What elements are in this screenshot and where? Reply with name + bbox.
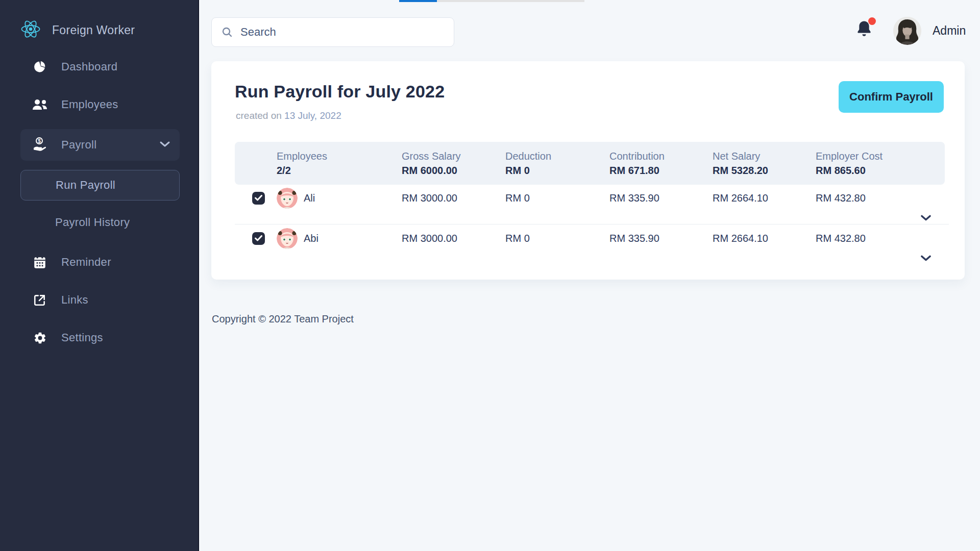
check-icon [255, 195, 262, 201]
summary-value: RM 671.80 [609, 165, 713, 177]
table-row: Ali RM 3000.00 RM 0 RM 335.90 RM 2664.10… [235, 185, 949, 224]
summary-contribution: Contribution RM 671.80 [609, 151, 713, 177]
page-title: Run Payroll for July 2022 [235, 82, 445, 102]
sidebar-item-dashboard[interactable]: Dashboard [20, 53, 180, 81]
row-checkbox[interactable] [252, 192, 265, 205]
summary-value: RM 5328.20 [713, 165, 816, 177]
brand[interactable]: Foreign Worker [20, 16, 184, 44]
sidebar-item-label: Run Payroll [56, 179, 115, 192]
cell-employer-cost: RM 432.80 [816, 192, 949, 204]
sidebar-item-employees[interactable]: Employees [20, 90, 180, 119]
top-progress-fill [399, 0, 437, 2]
created-on-text: created on 13 July, 2022 [236, 110, 341, 121]
summary-label: Gross Salary [402, 151, 505, 162]
summary-net-salary: Net Salary RM 5328.20 [713, 151, 816, 177]
sidebar-item-payroll[interactable]: $ Payroll [20, 129, 180, 161]
top-progress-bar [399, 0, 584, 2]
sidebar-item-payroll-history[interactable]: Payroll History [20, 208, 180, 237]
payroll-card: Run Payroll for July 2022 created on 13 … [211, 61, 965, 280]
sidebar-item-run-payroll[interactable]: Run Payroll [20, 170, 180, 201]
payroll-summary-header: Employees 2/2 Gross Salary RM 6000.00 De… [235, 142, 945, 185]
summary-employer-cost: Employer Cost RM 865.60 [816, 151, 945, 177]
summary-label: Net Salary [713, 151, 816, 162]
notification-bell-button[interactable] [854, 18, 877, 42]
expand-row-button[interactable] [920, 255, 932, 262]
cell-net: RM 2664.10 [713, 192, 816, 204]
created-date: 13 July, 2022 [284, 110, 341, 121]
cell-contribution: RM 335.90 [609, 233, 713, 244]
cell-employer-cost: RM 432.80 [816, 233, 949, 244]
sidebar-item-label: Dashboard [61, 60, 117, 73]
calendar-icon [31, 255, 49, 269]
sidebar-item-label: Settings [61, 331, 103, 344]
summary-employees: Employees 2/2 [277, 151, 402, 177]
summary-value: RM 0 [505, 165, 609, 177]
profile-name: Admin [933, 24, 966, 38]
profile-button[interactable]: Admin [893, 17, 966, 45]
sidebar: Foreign Worker Dashboard Employees $ [0, 0, 199, 551]
check-icon [255, 235, 262, 241]
copyright-text: Copyright © 2022 Team Project [212, 313, 354, 325]
external-link-icon [31, 293, 49, 307]
summary-label: Employees [277, 151, 402, 162]
cell-contribution: RM 335.90 [609, 192, 713, 204]
sidebar-item-label: Payroll History [55, 216, 130, 229]
brand-label: Foreign Worker [52, 23, 135, 37]
notification-dot [868, 17, 876, 25]
search-box [211, 17, 454, 47]
summary-label: Deduction [505, 151, 609, 162]
summary-label: Contribution [609, 151, 713, 162]
sidebar-item-links[interactable]: Links [20, 286, 180, 314]
confirm-payroll-button[interactable]: Confirm Payroll [839, 81, 944, 113]
summary-gross-salary: Gross Salary RM 6000.00 [402, 151, 505, 177]
summary-label: Employer Cost [816, 151, 945, 162]
summary-value: RM 865.60 [816, 165, 945, 177]
table-row: Abi RM 3000.00 RM 0 RM 335.90 RM 2664.10… [235, 225, 949, 265]
row-checkbox[interactable] [252, 232, 265, 245]
employee-name: Abi [304, 233, 402, 244]
expand-row-button[interactable] [920, 214, 932, 221]
chevron-down-icon [920, 255, 932, 262]
sidebar-item-label: Payroll [61, 138, 96, 152]
employee-avatar [277, 188, 298, 209]
svg-text:$: $ [38, 138, 41, 144]
employee-avatar [277, 228, 298, 249]
hand-dollar-icon: $ [31, 137, 49, 153]
summary-value: 2/2 [277, 165, 402, 177]
chevron-down-icon [920, 214, 932, 221]
summary-deduction: Deduction RM 0 [505, 151, 609, 177]
cell-deduction: RM 0 [505, 192, 609, 204]
created-prefix: created on [236, 110, 284, 121]
sidebar-item-label: Reminder [61, 256, 111, 269]
sidebar-item-reminder[interactable]: Reminder [20, 248, 180, 277]
pie-chart-icon [31, 60, 49, 74]
admin-avatar [893, 17, 921, 45]
sidebar-item-settings[interactable]: Settings [20, 323, 180, 352]
sidebar-item-label: Links [61, 293, 88, 307]
sidebar-item-label: Employees [61, 98, 118, 111]
users-icon [31, 98, 49, 111]
react-logo-icon [20, 19, 41, 41]
search-icon [221, 26, 233, 38]
gear-icon [31, 331, 49, 345]
chevron-down-icon [159, 140, 170, 149]
summary-value: RM 6000.00 [402, 165, 505, 177]
search-input[interactable] [240, 26, 445, 39]
cell-net: RM 2664.10 [713, 233, 816, 244]
employee-name: Ali [304, 192, 402, 204]
cell-gross: RM 3000.00 [402, 192, 505, 204]
cell-gross: RM 3000.00 [402, 233, 505, 244]
cell-deduction: RM 0 [505, 233, 609, 244]
